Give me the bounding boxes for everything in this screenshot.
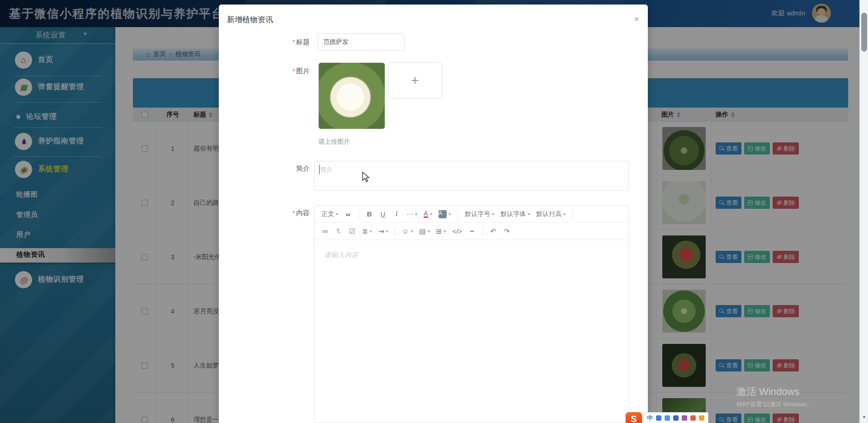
ime-toolbar: S 中: [626, 412, 708, 423]
ime-pen-icon[interactable]: [656, 415, 661, 421]
title-field-label: 标题: [219, 38, 310, 47]
font-family-select[interactable]: 默认字体: [498, 208, 532, 220]
font-size-select[interactable]: 默认字号: [462, 208, 496, 220]
editor-toolbar-row-2: ≔ ⒈ ☑ ≣ ⇥ ☺ ▤ ⊞ </> ┅ ↶ ↷: [315, 223, 628, 240]
redo-button[interactable]: ↷: [501, 226, 513, 237]
intro-placeholder: 简介: [320, 166, 333, 174]
add-plant-news-modal: 新增植物资讯 × 标题 图片 + 请上传图片 简介 简介 内容 正文 “ B U…: [219, 5, 648, 423]
sogou-logo-icon[interactable]: S: [626, 412, 642, 423]
divider: [572, 209, 573, 220]
bold-button[interactable]: B: [363, 208, 375, 220]
modal-title: 新增植物资讯: [227, 14, 273, 25]
watermark-line1: 激活 Windows: [736, 385, 813, 399]
required-asterisk: [292, 38, 296, 46]
ime-icon-strip: 中: [643, 412, 708, 423]
text-caret: [319, 165, 320, 174]
required-asterisk: [292, 67, 296, 75]
bg-color-button[interactable]: A: [439, 210, 447, 218]
blockquote-button[interactable]: “: [342, 208, 354, 220]
task-list-button[interactable]: ☑: [346, 226, 358, 237]
undo-button[interactable]: ↶: [487, 226, 499, 237]
rich-text-editor: 正文 “ B U I ⋯ A A 默认字号 默认字体 默认行高 ≔ ⒈ ☑ ≣: [314, 205, 629, 423]
browser-scrollbar[interactable]: [859, 0, 868, 423]
upload-hint: 请上传图片: [318, 138, 350, 146]
line-height-select[interactable]: 默认行高: [534, 208, 568, 220]
required-asterisk: [292, 209, 296, 216]
watermark-line2: 转到“设置”以激活 Windows。: [736, 400, 813, 409]
upload-plus-button[interactable]: +: [388, 62, 442, 99]
paragraph-style-button[interactable]: 正文: [319, 208, 340, 220]
ordered-list-button[interactable]: ⒈: [333, 226, 344, 237]
divider: [482, 226, 483, 237]
content-placeholder: 请输入内容: [324, 251, 358, 259]
editor-content-area[interactable]: 请输入内容: [315, 240, 628, 423]
indent-button[interactable]: ⇥: [376, 226, 391, 237]
divider: [395, 226, 395, 237]
italic-button[interactable]: I: [391, 208, 402, 220]
scrollbar-thumb[interactable]: [861, 13, 867, 52]
ime-skin-icon[interactable]: [682, 415, 687, 421]
title-input[interactable]: [317, 33, 405, 51]
mouse-cursor: [362, 172, 372, 183]
underline-button[interactable]: U: [377, 208, 389, 220]
ime-lang-icon[interactable]: 中: [647, 414, 653, 422]
bullet-list-button[interactable]: ≔: [319, 226, 331, 237]
screen: 基于微信小程序的植物识别与养护平台 欢迎 admin 系统设置 ▾ 首页 弹窗提…: [0, 0, 868, 423]
font-color-button[interactable]: A: [424, 210, 428, 218]
close-icon[interactable]: ×: [630, 13, 643, 25]
windows-activation-watermark: 激活 Windows 转到“设置”以激活 Windows。: [736, 385, 813, 409]
emoji-button[interactable]: ☺: [400, 226, 415, 237]
ime-keyboard-icon[interactable]: [673, 415, 679, 421]
horizontal-rule-button[interactable]: ┅: [466, 226, 478, 237]
ime-emoji-icon[interactable]: [699, 415, 704, 421]
align-button[interactable]: ≣: [360, 226, 374, 237]
ime-mic-icon[interactable]: [665, 415, 670, 421]
divider: [359, 209, 359, 220]
insert-image-button[interactable]: ▤: [417, 226, 432, 237]
content-field-label: 内容: [219, 209, 310, 217]
plus-icon: +: [411, 73, 419, 88]
more-styles-button[interactable]: ⋯: [404, 208, 420, 220]
editor-toolbar-row-1: 正文 “ B U I ⋯ A A 默认字号 默认字体 默认行高: [315, 206, 628, 223]
divider: [458, 209, 458, 220]
code-button[interactable]: </>: [450, 226, 464, 237]
uploaded-image-thumbnail[interactable]: [318, 62, 385, 129]
intro-field-label: 简介: [219, 164, 310, 173]
insert-table-button[interactable]: ⊞: [434, 226, 448, 237]
ime-toolbox-icon[interactable]: [690, 415, 696, 421]
image-field-label: 图片: [219, 67, 310, 75]
